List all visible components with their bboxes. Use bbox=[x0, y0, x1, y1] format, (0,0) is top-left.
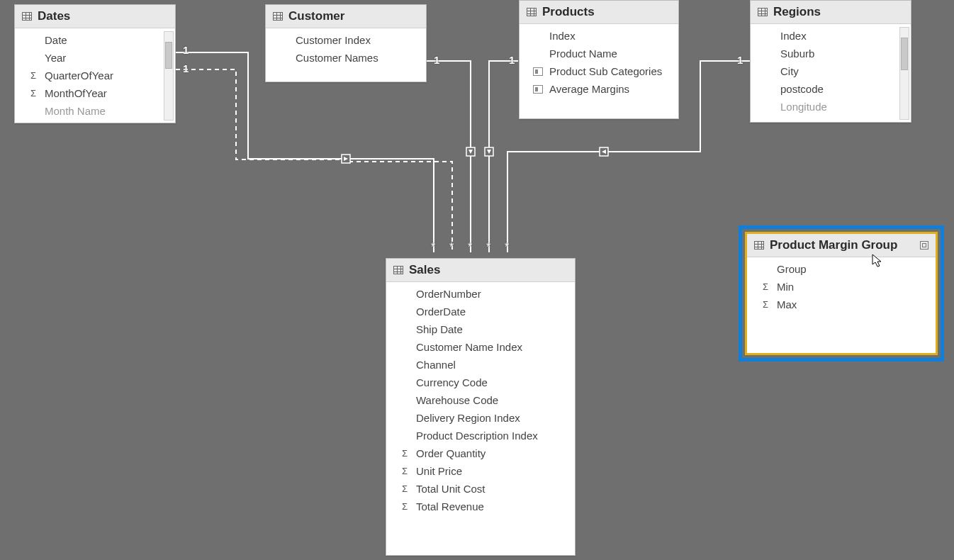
relationship-filter-arrow bbox=[600, 147, 608, 156]
cardinality-many: * bbox=[468, 241, 472, 254]
field-row[interactable]: Date bbox=[15, 31, 162, 49]
table-title: Regions bbox=[773, 5, 821, 19]
table-icon bbox=[758, 8, 768, 16]
table-title: Products bbox=[542, 5, 595, 19]
field-row[interactable]: Customer Index bbox=[266, 31, 426, 49]
field-row[interactable]: City bbox=[751, 62, 898, 80]
table-title: Dates bbox=[38, 9, 70, 23]
cardinality-many: * bbox=[505, 241, 509, 254]
field-row[interactable]: Product Sub Categories bbox=[520, 62, 678, 80]
field-list: Index Product Name Product Sub Categorie… bbox=[520, 24, 678, 101]
field-row[interactable]: Group bbox=[747, 260, 936, 278]
scroll-thumb[interactable] bbox=[165, 42, 172, 69]
sigma-icon bbox=[760, 300, 771, 310]
field-row[interactable]: OrderNumber bbox=[386, 285, 575, 303]
relationship-filter-arrow bbox=[485, 147, 493, 156]
relationship-filter-arrow bbox=[342, 155, 350, 163]
svg-rect-2 bbox=[485, 147, 493, 156]
sigma-icon bbox=[28, 89, 39, 99]
field-row[interactable]: Channel bbox=[386, 356, 575, 374]
table-icon bbox=[527, 8, 537, 16]
field-row[interactable]: Index bbox=[520, 27, 678, 45]
svg-rect-0 bbox=[342, 155, 350, 163]
field-row[interactable]: OrderDate bbox=[386, 303, 575, 320]
selection-highlight: Product Margin Group Group Min Max bbox=[739, 225, 944, 362]
sigma-icon bbox=[399, 502, 410, 512]
table-header-products[interactable]: Products bbox=[520, 1, 678, 24]
relation-products-sales[interactable] bbox=[489, 61, 518, 252]
relation-dates-sales-2[interactable] bbox=[176, 69, 452, 252]
sigma-icon bbox=[28, 71, 39, 81]
table-products[interactable]: Products Index Product Name Product Sub … bbox=[519, 0, 679, 119]
cardinality-one: 1 bbox=[509, 54, 515, 66]
cardinality-one: 1 bbox=[183, 44, 189, 56]
maximize-icon[interactable] bbox=[920, 241, 928, 250]
relationship-filter-arrow bbox=[466, 147, 475, 156]
field-row[interactable]: Delivery Region Index bbox=[386, 409, 575, 427]
table-customer[interactable]: Customer Customer Index Customer Names bbox=[265, 4, 427, 82]
field-row[interactable]: Longitude bbox=[751, 98, 898, 116]
table-icon bbox=[754, 241, 764, 250]
field-row[interactable]: Order Quantity bbox=[386, 444, 575, 462]
table-product-margin-group[interactable]: Product Margin Group Group Min Max bbox=[745, 232, 938, 355]
cardinality-one: 1 bbox=[183, 62, 189, 74]
table-icon bbox=[22, 12, 32, 21]
sigma-icon bbox=[399, 466, 410, 476]
svg-rect-3 bbox=[600, 147, 608, 156]
cardinality-many: * bbox=[431, 241, 435, 254]
table-title: Product Margin Group bbox=[770, 238, 897, 252]
field-row[interactable]: Customer Names bbox=[266, 49, 426, 67]
category-icon bbox=[532, 67, 544, 77]
field-row[interactable]: Min bbox=[747, 278, 936, 296]
field-list: Index Suburb City postcode Longitude bbox=[751, 24, 911, 123]
table-regions[interactable]: Regions Index Suburb City postcode Longi… bbox=[750, 0, 911, 123]
table-icon bbox=[273, 12, 283, 21]
field-list: Group Min Max bbox=[747, 257, 936, 316]
cardinality-many: * bbox=[449, 241, 454, 254]
field-row[interactable]: Year bbox=[15, 49, 162, 67]
table-header-pmg[interactable]: Product Margin Group bbox=[747, 234, 936, 257]
table-header-customer[interactable]: Customer bbox=[266, 5, 426, 28]
table-dates[interactable]: Dates Date Year QuarterOfYear MonthOfYea… bbox=[14, 4, 176, 123]
field-list: OrderNumber OrderDate Ship Date Customer… bbox=[386, 282, 575, 518]
category-icon bbox=[532, 84, 544, 94]
field-row[interactable]: Suburb bbox=[751, 45, 898, 62]
field-row[interactable]: Ship Date bbox=[386, 320, 575, 338]
field-row[interactable]: Month Name bbox=[15, 102, 162, 120]
field-row[interactable]: Max bbox=[747, 296, 936, 313]
field-row[interactable]: Product Name bbox=[520, 45, 678, 62]
cardinality-one: 1 bbox=[737, 54, 743, 66]
table-icon bbox=[393, 266, 403, 274]
table-header-sales[interactable]: Sales bbox=[386, 259, 575, 282]
field-row[interactable]: postcode bbox=[751, 80, 898, 98]
field-row[interactable]: QuarterOfYear bbox=[15, 67, 162, 84]
scrollbar[interactable] bbox=[164, 31, 174, 121]
relation-dates-sales-1[interactable] bbox=[176, 52, 434, 252]
scroll-thumb[interactable] bbox=[901, 38, 908, 70]
field-row[interactable]: Unit Price bbox=[386, 462, 575, 480]
field-row[interactable]: Warehouse Code bbox=[386, 391, 575, 409]
sigma-icon bbox=[399, 484, 410, 494]
field-row[interactable]: Customer Name Index bbox=[386, 338, 575, 356]
table-header-regions[interactable]: Regions bbox=[751, 1, 911, 24]
relation-customer-sales[interactable] bbox=[427, 61, 471, 252]
table-title: Sales bbox=[409, 263, 440, 277]
field-row[interactable]: Total Unit Cost bbox=[386, 480, 575, 498]
field-list: Date Year QuarterOfYear MonthOfYear Mont… bbox=[15, 28, 175, 123]
table-title: Customer bbox=[288, 9, 344, 23]
field-row[interactable]: Total Revenue bbox=[386, 498, 575, 515]
scrollbar[interactable] bbox=[899, 27, 909, 120]
svg-rect-1 bbox=[466, 147, 475, 156]
field-row[interactable]: Product Description Index bbox=[386, 427, 575, 444]
table-sales[interactable]: Sales OrderNumber OrderDate Ship Date Cu… bbox=[386, 258, 576, 556]
table-header-dates[interactable]: Dates bbox=[15, 5, 175, 28]
field-list: Customer Index Customer Names bbox=[266, 28, 426, 69]
field-row[interactable]: Index bbox=[751, 27, 898, 45]
field-row[interactable]: Currency Code bbox=[386, 374, 575, 391]
field-row[interactable]: MonthOfYear bbox=[15, 84, 162, 102]
cardinality-one: 1 bbox=[434, 54, 439, 66]
sigma-icon bbox=[760, 282, 771, 292]
cardinality-many: * bbox=[486, 241, 490, 254]
sigma-icon bbox=[399, 449, 410, 459]
field-row[interactable]: Average Margins bbox=[520, 80, 678, 98]
